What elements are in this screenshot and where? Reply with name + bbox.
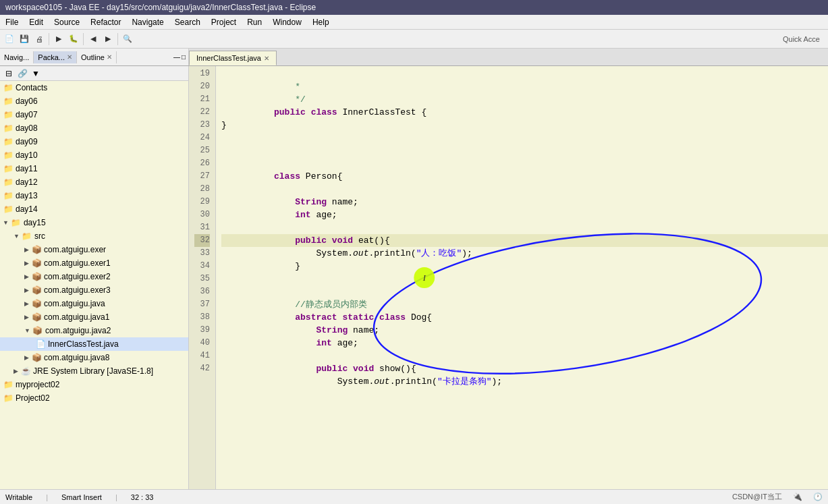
- status-writable: Writable: [5, 493, 32, 501]
- menu-navigate[interactable]: Navigate: [126, 16, 169, 28]
- sidebar-maximize[interactable]: □: [182, 53, 186, 61]
- tab-package-close[interactable]: ✕: [67, 53, 72, 61]
- pkg-exer-arrow: ▶: [24, 246, 29, 253]
- tree-src[interactable]: ▼ 📁 src: [0, 229, 188, 243]
- code-line-41: public void show(){: [221, 349, 828, 362]
- tree-day09[interactable]: 📁 day09: [0, 135, 188, 148]
- pkg-exer3-icon: 📦: [31, 285, 42, 295]
- sidebar-minimize[interactable]: —: [173, 53, 180, 61]
- code-line-31: public void eat(){: [221, 221, 828, 234]
- day15-arrow: ▼: [3, 219, 9, 226]
- tree-pkg-java2[interactable]: ▼ 📦 com.atguigu.java2: [0, 324, 188, 337]
- tree-pkg-java8[interactable]: ▶ 📦 com.atguigu.java8: [0, 351, 188, 364]
- sidebar-link-editor[interactable]: 🔗: [16, 67, 28, 80]
- toolbar-save[interactable]: 💾: [18, 32, 31, 46]
- code-line-34: [221, 260, 828, 273]
- quick-access-label[interactable]: Quick Acce: [783, 35, 825, 43]
- editor-area[interactable]: 19 20 21 22 23 24 25 26 27 28 29 30 31 3…: [189, 66, 828, 489]
- toolbar-search[interactable]: 🔍: [121, 32, 134, 46]
- menu-search[interactable]: Search: [169, 16, 206, 28]
- menu-help[interactable]: Help: [307, 16, 335, 28]
- tree-day08[interactable]: 📁 day08: [0, 121, 188, 135]
- pkg-java1-arrow: ▶: [24, 314, 29, 320]
- sidebar-collapse-all[interactable]: ⊟: [3, 67, 15, 80]
- project02-icon: 📁: [3, 393, 13, 403]
- status-sep1: |: [46, 493, 48, 501]
- day13-icon: 📁: [3, 191, 13, 200]
- tab-outline[interactable]: Outline ✕: [77, 51, 117, 63]
- tree-day06[interactable]: 📁 day06: [0, 94, 188, 108]
- tree-item-label: day13: [16, 191, 38, 200]
- toolbar-new[interactable]: 📄: [3, 32, 16, 46]
- tree-pkg-exer3[interactable]: ▶ 📦 com.atguigu.exer3: [0, 283, 188, 297]
- tree-item-label: day07: [16, 110, 38, 119]
- menu-edit[interactable]: Edit: [24, 16, 49, 28]
- menu-file[interactable]: File: [0, 16, 24, 28]
- menu-window[interactable]: Window: [267, 16, 307, 28]
- tree-item-label: day14: [16, 204, 38, 214]
- tree-myproject02[interactable]: 📁 myproject02: [0, 378, 188, 391]
- tree-day11[interactable]: 📁 day11: [0, 162, 188, 175]
- tree-innerclasstest[interactable]: 📄 InnerClassTest.java: [0, 337, 188, 351]
- menu-source[interactable]: Source: [49, 16, 85, 28]
- tree-day12[interactable]: 📁 day12: [0, 175, 188, 189]
- tree-pkg-exer[interactable]: ▶ 📦 com.atguigu.exer: [0, 243, 188, 256]
- menu-refactor[interactable]: Refactor: [85, 16, 126, 28]
- src-arrow: ▼: [13, 233, 20, 240]
- tree-project02[interactable]: 📁 Project02: [0, 391, 188, 405]
- code-line-24: [221, 132, 828, 144]
- pkg-exer3-arrow: ▶: [24, 287, 29, 293]
- contacts-icon: 📁: [3, 83, 13, 92]
- tab-outline-label: Outline: [81, 53, 105, 61]
- tree-day07[interactable]: 📁 day07: [0, 108, 188, 121]
- day14-icon: 📁: [3, 204, 13, 214]
- tree-item-label: com.atguigu.exer1: [44, 258, 111, 268]
- tree-day13[interactable]: 📁 day13: [0, 189, 188, 202]
- menu-run[interactable]: Run: [242, 16, 267, 28]
- tree-jre[interactable]: ▶ ☕ JRE System Library [JavaSE-1.8]: [0, 364, 188, 378]
- tree-pkg-java1[interactable]: ▶ 📦 com.atguigu.java1: [0, 310, 188, 324]
- sidebar-view-menu[interactable]: ▼: [30, 67, 42, 80]
- sidebar-tab-row: Navig... Packa... ✕ Outline ✕ — □: [0, 49, 189, 65]
- toolbar: 📄 💾 🖨 ▶ 🐛 ◀ ▶ 🔍 Quick Acce: [0, 30, 828, 49]
- editor-tab-close[interactable]: ✕: [264, 55, 269, 62]
- tab-navigate[interactable]: Navig...: [0, 51, 34, 63]
- sidebar-toolbar: ⊟ 🔗 ▼: [0, 66, 188, 81]
- tree-contacts[interactable]: 📁 Contacts: [0, 81, 188, 94]
- code-line-35: [221, 273, 828, 285]
- myproject02-icon: 📁: [3, 380, 13, 389]
- tree-item-label: Contacts: [16, 83, 47, 92]
- toolbar-forward[interactable]: ▶: [101, 32, 115, 46]
- menu-bar: File Edit Source Refactor Navigate Searc…: [0, 15, 828, 30]
- tab-package-label: Packa...: [38, 53, 65, 61]
- pkg-exer1-icon: 📦: [31, 258, 42, 268]
- pkg-exer-icon: 📦: [31, 245, 42, 254]
- src-icon: 📁: [22, 231, 32, 241]
- toolbar-run[interactable]: ▶: [52, 32, 65, 46]
- tree-pkg-exer1[interactable]: ▶ 📦 com.atguigu.exer1: [0, 256, 188, 270]
- tree-day10[interactable]: 📁 day10: [0, 148, 188, 162]
- pkg-java8-icon: 📦: [31, 353, 42, 362]
- toolbar-print[interactable]: 🖨: [32, 32, 46, 46]
- editor-tab-label: InnerClassTest.java: [196, 54, 261, 62]
- tree-day14[interactable]: 📁 day14: [0, 202, 188, 216]
- line-numbers: 19 20 21 22 23 24 25 26 27 28 29 30 31 3…: [189, 66, 216, 489]
- toolbar-debug[interactable]: 🐛: [67, 32, 80, 46]
- tab-outline-close[interactable]: ✕: [107, 53, 112, 61]
- menu-project[interactable]: Project: [206, 16, 242, 28]
- day15-icon: 📁: [11, 218, 22, 227]
- status-position: 32 : 33: [131, 493, 154, 501]
- code-line-23: }: [221, 119, 828, 132]
- day09-icon: 📁: [3, 137, 13, 146]
- tree-pkg-java[interactable]: ▶ 📦 com.atguigu.java: [0, 297, 188, 310]
- tab-package[interactable]: Packa... ✕: [34, 51, 77, 63]
- tree-day15[interactable]: ▼ 📁 day15: [0, 216, 188, 229]
- toolbar-back[interactable]: ◀: [86, 32, 100, 46]
- tree-item-label: com.atguigu.java8: [44, 353, 109, 362]
- status-csdn: CSDN@IT当工: [732, 492, 782, 502]
- tree-item-label: myproject02: [16, 380, 59, 389]
- pkg-exer2-icon: 📦: [31, 272, 42, 281]
- tree-pkg-exer2[interactable]: ▶ 📦 com.atguigu.exer2: [0, 270, 188, 283]
- code-editor[interactable]: * */ public class InnerClassTest { }: [216, 66, 828, 489]
- editor-tab-innerclasstest[interactable]: InnerClassTest.java ✕: [189, 51, 277, 65]
